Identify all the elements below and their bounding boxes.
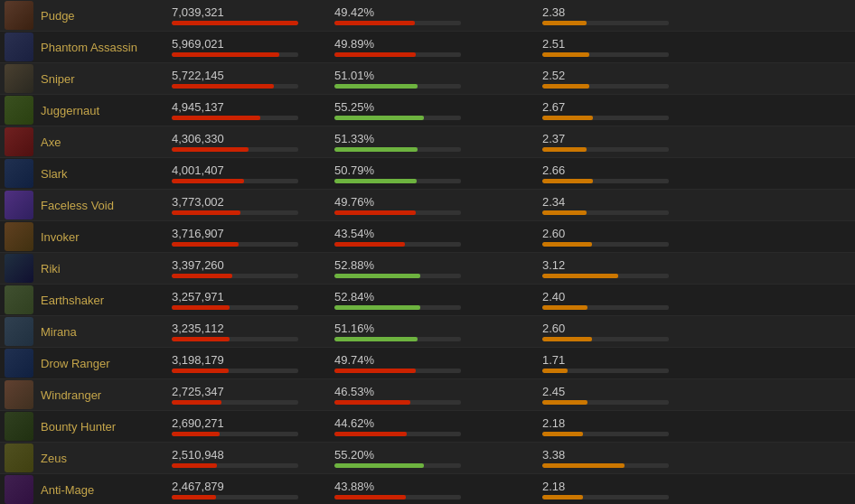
- kda-cell: 2.37: [533, 132, 714, 152]
- winrate-value: 43.54%: [334, 227, 533, 240]
- kda-cell: 3.38: [533, 448, 714, 468]
- matches-value: 2,725,347: [172, 385, 325, 398]
- hero-cell: Windranger: [0, 380, 163, 409]
- kda-value: 2.66: [542, 163, 714, 177]
- winrate-bar-container: [334, 463, 461, 468]
- winrate-bar: [334, 400, 410, 405]
- table-row[interactable]: Slark 4,001,407 50.79% 2.66: [0, 158, 855, 190]
- table-row[interactable]: Earthshaker 3,257,971 52.84% 2.40: [0, 285, 855, 316]
- table-row[interactable]: Axe 4,306,330 51.33% 2.37: [0, 126, 855, 158]
- hero-icon-faceless-void: [5, 191, 33, 219]
- kda-cell: 2.67: [533, 100, 714, 120]
- winrate-bar: [334, 242, 405, 247]
- winrate-cell: 51.01%: [325, 69, 533, 89]
- kda-bar-container: [542, 337, 669, 341]
- hero-icon-windranger: [5, 380, 33, 409]
- table-row[interactable]: Anti-Mage 2,467,879 43.88% 2.18: [0, 474, 855, 504]
- matches-cell: 3,773,002: [163, 195, 325, 215]
- table-row[interactable]: Drow Ranger 3,198,179 49.74% 1.71: [0, 348, 855, 379]
- winrate-bar-container: [334, 84, 461, 89]
- hero-name: Earthshaker: [41, 294, 104, 307]
- winrate-bar: [334, 210, 416, 215]
- matches-bar-container: [172, 495, 298, 499]
- kda-cell: 2.60: [533, 322, 714, 341]
- matches-bar-container: [172, 116, 298, 120]
- kda-value: 2.67: [542, 100, 714, 114]
- kda-bar: [542, 274, 618, 278]
- hero-cell: Anti-Mage: [0, 475, 163, 504]
- winrate-cell: 49.42%: [325, 5, 533, 25]
- kda-value: 2.40: [542, 290, 714, 303]
- matches-bar: [172, 210, 240, 215]
- table-row[interactable]: Juggernaut 4,945,137 55.25% 2.67: [0, 95, 855, 126]
- winrate-cell: 43.54%: [325, 227, 533, 247]
- matches-bar-container: [172, 400, 298, 405]
- kda-cell: 2.34: [533, 195, 714, 215]
- table-row[interactable]: Invoker 3,716,907 43.54% 2.60: [0, 221, 855, 253]
- winrate-value: 49.89%: [334, 37, 533, 51]
- winrate-bar-container: [334, 495, 461, 499]
- matches-bar-container: [172, 337, 298, 341]
- hero-icon-axe: [5, 127, 33, 156]
- kda-bar: [542, 400, 587, 405]
- winrate-bar-container: [334, 210, 461, 215]
- hero-name: Juggernaut: [41, 104, 99, 117]
- kda-cell: 2.66: [533, 163, 714, 183]
- kda-value: 2.52: [542, 69, 714, 82]
- winrate-value: 49.42%: [334, 5, 533, 19]
- table-row[interactable]: Faceless Void 3,773,002 49.76% 2.34: [0, 190, 855, 221]
- winrate-cell: 43.88%: [325, 480, 533, 499]
- winrate-bar: [334, 337, 418, 341]
- kda-bar-container: [542, 242, 669, 247]
- hero-icon-pudge: [5, 1, 33, 30]
- table-row[interactable]: Sniper 5,722,145 51.01% 2.52: [0, 63, 855, 95]
- winrate-value: 52.88%: [334, 258, 533, 272]
- kda-cell: 3.12: [533, 258, 714, 278]
- matches-bar: [172, 21, 298, 25]
- winrate-cell: 51.33%: [325, 132, 533, 152]
- matches-value: 3,773,002: [172, 195, 325, 209]
- kda-bar: [542, 21, 587, 25]
- winrate-bar-container: [334, 52, 461, 57]
- matches-bar-container: [172, 369, 298, 373]
- matches-bar-container: [172, 210, 298, 215]
- winrate-bar: [334, 84, 418, 89]
- winrate-bar: [334, 432, 407, 436]
- matches-cell: 4,306,330: [163, 132, 325, 152]
- kda-value: 2.18: [542, 480, 714, 493]
- matches-cell: 5,969,021: [163, 37, 325, 57]
- kda-bar: [542, 84, 589, 89]
- hero-name: Zeus: [41, 452, 67, 465]
- matches-bar-container: [172, 274, 298, 278]
- table-row[interactable]: Pudge 7,039,321 49.42% 2.38: [0, 0, 855, 32]
- winrate-bar-container: [334, 179, 461, 183]
- kda-cell: 2.51: [533, 37, 714, 57]
- matches-bar-container: [172, 21, 298, 25]
- winrate-cell: 51.16%: [325, 322, 533, 341]
- winrate-bar-container: [334, 116, 461, 120]
- kda-cell: 2.38: [533, 5, 714, 25]
- hero-cell: Axe: [0, 127, 163, 156]
- hero-name: Faceless Void: [41, 199, 114, 212]
- matches-cell: 3,257,971: [163, 290, 325, 310]
- winrate-bar: [334, 147, 418, 152]
- table-row[interactable]: Riki 3,397,260 52.88% 3.12: [0, 253, 855, 285]
- table-row[interactable]: Phantom Assassin 5,969,021 49.89% 2.51: [0, 32, 855, 63]
- kda-value: 2.45: [542, 385, 714, 398]
- table-row[interactable]: Mirana 3,235,112 51.16% 2.60: [0, 316, 855, 348]
- matches-cell: 2,467,879: [163, 480, 325, 499]
- winrate-bar: [334, 21, 415, 25]
- table-row[interactable]: Bounty Hunter 2,690,271 44.62% 2.18: [0, 411, 855, 443]
- winrate-cell: 55.20%: [325, 448, 533, 468]
- table-row[interactable]: Windranger 2,725,347 46.53% 2.45: [0, 379, 855, 411]
- matches-bar: [172, 179, 244, 183]
- table-row[interactable]: Zeus 2,510,948 55.20% 3.38: [0, 443, 855, 474]
- kda-value: 2.60: [542, 322, 714, 335]
- matches-cell: 2,725,347: [163, 385, 325, 405]
- winrate-value: 46.53%: [334, 385, 533, 398]
- winrate-bar-container: [334, 337, 461, 341]
- matches-bar: [172, 400, 221, 405]
- winrate-cell: 49.76%: [325, 195, 533, 215]
- kda-bar: [542, 179, 593, 183]
- matches-bar: [172, 432, 220, 436]
